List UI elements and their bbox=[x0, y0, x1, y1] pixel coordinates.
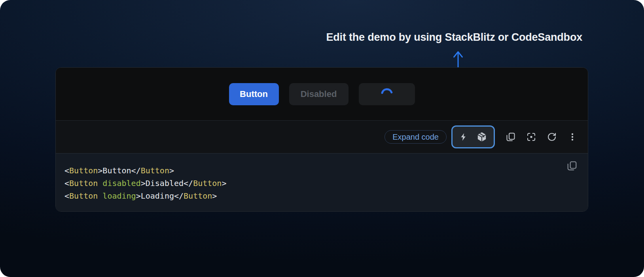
demo-preview-section: Button Disabled bbox=[56, 68, 588, 120]
more-menu-button[interactable] bbox=[568, 132, 577, 142]
disabled-button[interactable]: Disabled bbox=[289, 83, 349, 105]
primary-button[interactable]: Button bbox=[229, 83, 279, 105]
demo-card: Button Disabled Expand code bbox=[55, 67, 588, 212]
stackblitz-icon[interactable] bbox=[459, 133, 468, 141]
expand-code-button[interactable]: Expand code bbox=[385, 130, 447, 144]
docs-demo-page: Edit the demo by using StackBlitz or Cod… bbox=[0, 0, 644, 277]
annotation-heading: Edit the demo by using StackBlitz or Cod… bbox=[326, 31, 582, 44]
code-line: <Button disabled>Disabled</Button> bbox=[64, 177, 588, 190]
standalone-preview-button[interactable] bbox=[527, 132, 536, 142]
standalone-icon bbox=[527, 132, 536, 142]
loading-spinner-icon bbox=[380, 87, 394, 101]
refresh-demo-button[interactable] bbox=[547, 132, 557, 142]
copy-code-button[interactable] bbox=[506, 132, 515, 142]
copy-icon bbox=[570, 162, 576, 169]
code-lines: <Button>Button</Button><Button disabled>… bbox=[64, 164, 588, 202]
refresh-icon bbox=[547, 132, 557, 142]
demo-toolbar: Expand code bbox=[56, 120, 588, 154]
codesandbox-icon[interactable] bbox=[477, 132, 487, 142]
loading-button[interactable] bbox=[359, 83, 415, 105]
sandbox-button-group bbox=[451, 125, 495, 148]
code-line: <Button loading>Loading</Button> bbox=[64, 190, 588, 202]
code-block: <Button>Button</Button><Button disabled>… bbox=[56, 154, 588, 211]
code-line: <Button>Button</Button> bbox=[64, 164, 588, 177]
more-icon bbox=[568, 132, 577, 142]
copy-snippet-button[interactable] bbox=[567, 161, 577, 171]
copy-icon bbox=[509, 133, 515, 140]
